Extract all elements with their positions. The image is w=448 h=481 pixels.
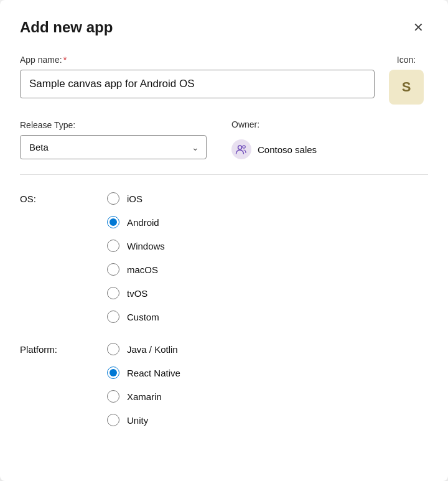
release-type-select[interactable]: Alpha Beta Production <box>20 135 207 159</box>
platform-radio-unity[interactable] <box>107 414 119 426</box>
os-radio-ios[interactable] <box>107 192 119 205</box>
owner-avatar-icon <box>231 139 251 159</box>
platform-section: Platform: Java / Kotlin React Native Xam… <box>20 343 428 426</box>
platform-radio-group: Java / Kotlin React Native Xamarin Unity <box>107 343 180 426</box>
os-label-custom: Custom <box>127 312 159 322</box>
app-name-section: App name:* <box>20 55 375 98</box>
required-indicator: * <box>63 55 67 65</box>
os-radio-windows[interactable] <box>107 240 119 252</box>
os-option-macos[interactable]: macOS <box>107 263 165 276</box>
release-type-section: Release Type: Alpha Beta Production ⌄ <box>20 120 207 159</box>
platform-option-java-kotlin[interactable]: Java / Kotlin <box>107 343 180 355</box>
platform-option-xamarin[interactable]: Xamarin <box>107 390 180 403</box>
os-option-windows[interactable]: Windows <box>107 240 165 252</box>
platform-label: Platform: <box>20 343 107 355</box>
owner-section: Owner: Contoso sales <box>231 119 317 159</box>
platform-radio-react-native[interactable] <box>107 367 119 379</box>
os-radio-custom[interactable] <box>107 311 119 323</box>
platform-option-unity[interactable]: Unity <box>107 414 180 426</box>
release-type-select-wrapper: Alpha Beta Production ⌄ <box>20 135 207 159</box>
app-name-input[interactable] <box>20 70 375 98</box>
platform-label-react-native: React Native <box>127 368 180 378</box>
os-radio-tvos[interactable] <box>107 287 119 299</box>
os-option-custom[interactable]: Custom <box>107 311 165 323</box>
platform-radio-xamarin[interactable] <box>107 390 119 403</box>
platform-option-react-native[interactable]: React Native <box>107 367 180 379</box>
app-name-label: App name:* <box>20 55 375 65</box>
dialog-title: Add new app <box>20 19 113 36</box>
app-name-icon-row: App name:* Icon: S <box>20 55 428 105</box>
release-type-label: Release Type: <box>20 120 207 130</box>
os-option-ios[interactable]: iOS <box>107 192 165 205</box>
platform-label-java-kotlin: Java / Kotlin <box>127 344 178 355</box>
platform-radio-java-kotlin[interactable] <box>107 343 119 355</box>
os-label-android: Android <box>127 217 159 228</box>
os-option-android[interactable]: Android <box>107 216 165 228</box>
add-new-app-dialog: Add new app ✕ App name:* Icon: S Release… <box>0 0 448 481</box>
owner-label: Owner: <box>231 119 317 129</box>
os-label-windows: Windows <box>127 241 165 251</box>
os-radio-macos[interactable] <box>107 263 119 276</box>
os-label-macos: macOS <box>127 264 158 275</box>
os-option-tvos[interactable]: tvOS <box>107 287 165 299</box>
svg-point-0 <box>238 146 242 149</box>
os-label-ios: iOS <box>127 194 142 204</box>
close-button[interactable]: ✕ <box>408 17 428 37</box>
os-section: OS: iOS Android Windows macOS tvOS <box>20 192 428 323</box>
dialog-header: Add new app ✕ <box>20 17 428 37</box>
svg-point-1 <box>243 146 245 148</box>
os-label-tvos: tvOS <box>127 288 147 299</box>
icon-section: Icon: S <box>385 55 428 105</box>
owner-info: Contoso sales <box>231 139 317 159</box>
os-radio-android[interactable] <box>107 216 119 228</box>
icon-label: Icon: <box>397 55 416 65</box>
os-radio-group: iOS Android Windows macOS tvOS Custom <box>107 192 165 323</box>
platform-label-xamarin: Xamarin <box>127 391 162 402</box>
owner-name: Contoso sales <box>258 144 317 155</box>
section-divider <box>20 174 428 175</box>
app-icon-avatar[interactable]: S <box>389 70 424 105</box>
release-owner-row: Release Type: Alpha Beta Production ⌄ Ow… <box>20 119 428 159</box>
platform-label-unity: Unity <box>127 415 148 426</box>
os-label: OS: <box>20 192 107 204</box>
